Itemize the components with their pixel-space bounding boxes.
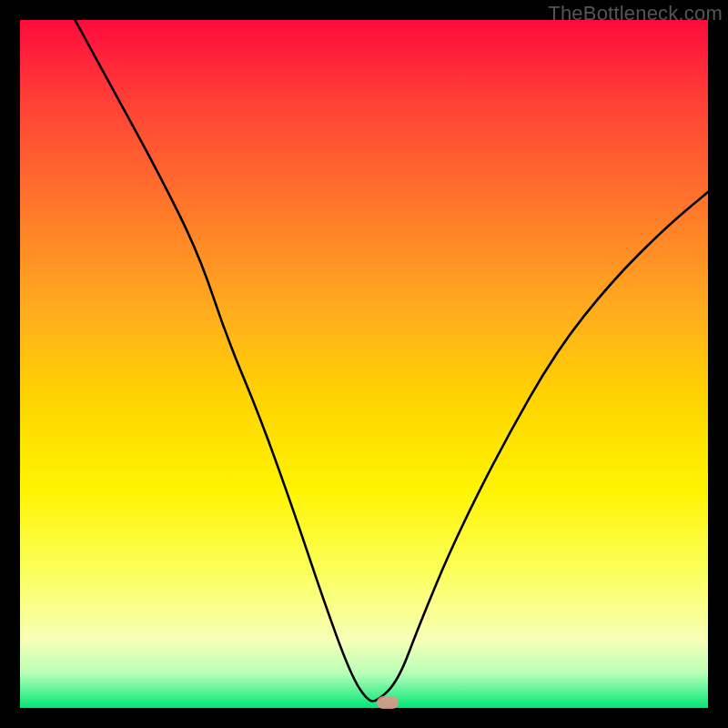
- optimal-point-marker: [377, 696, 399, 709]
- watermark-text: TheBottleneck.com: [548, 2, 723, 25]
- chart-gradient-background: [20, 20, 708, 708]
